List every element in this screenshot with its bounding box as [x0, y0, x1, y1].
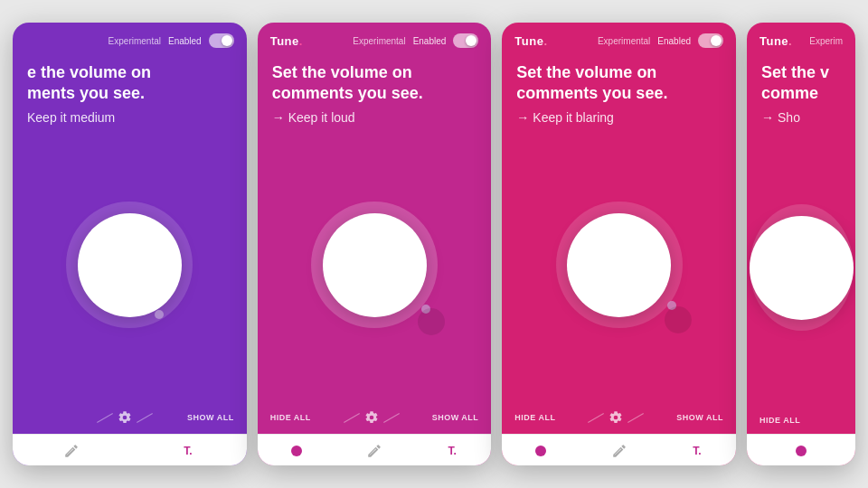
tune-logo-4: Tune.: [760, 34, 792, 48]
subtext-label-4: Sho: [778, 110, 800, 125]
subtext-3: → Keep it blaring: [516, 110, 722, 125]
diag-line-3a: [589, 413, 605, 423]
bottom-controls-1: SHOW ALL: [13, 407, 247, 434]
enabled-label-3: Enabled: [657, 36, 691, 46]
hide-all-btn-4[interactable]: HIDE ALL: [760, 416, 800, 425]
tune-logo-2: Tune.: [270, 34, 303, 48]
experimental-label-4: Experim: [809, 36, 843, 46]
knob-outer-3[interactable]: [556, 202, 683, 328]
knob-shadow-3: [665, 306, 692, 333]
show-all-btn-1[interactable]: SHOW ALL: [187, 413, 234, 422]
tab-tune-1[interactable]: T.: [179, 442, 197, 460]
tune-tab-label-2: T.: [448, 445, 457, 457]
tune-logo-3: Tune.: [514, 34, 547, 48]
top-bar-4: Tune. Experim: [747, 23, 855, 55]
gear-icon-1[interactable]: [118, 410, 132, 425]
phone-screen-2: Tune. Experimental Enabled Set the volum…: [258, 23, 492, 465]
tab-bar-1: T.: [13, 434, 247, 465]
phone-screen-1: Experimental Enabled e the volume onment…: [13, 23, 247, 465]
experimental-label-3: Experimental: [598, 36, 650, 46]
knob-outer-4[interactable]: [750, 204, 854, 331]
headline-2: Set the volume oncomments you see.: [272, 62, 477, 103]
knob-shadow-2: [418, 308, 445, 335]
svg-point-0: [291, 446, 302, 456]
diag-line-1b: [137, 413, 153, 423]
toggle-3[interactable]: [698, 33, 723, 48]
tab-tune-3[interactable]: T.: [688, 442, 706, 460]
diag-line-2a: [344, 413, 360, 423]
subtext-1: Keep it medium: [27, 110, 232, 125]
tune-tab-label-3: T.: [693, 445, 701, 457]
content-4: Set the vcomme → Sho: [747, 55, 855, 412]
tab-bar-3: T.: [502, 434, 736, 465]
knob-inner-3: [567, 213, 671, 317]
tab-edit-2[interactable]: [365, 442, 383, 460]
phone-screen-4: Tune. Experim Set the vcomme → Sho HIDE …: [747, 23, 855, 465]
knob-inner-4: [750, 216, 854, 320]
show-all-btn-3[interactable]: SHOW ALL: [676, 413, 723, 422]
knob-inner-2: [323, 213, 427, 317]
arrow-3: →: [516, 110, 529, 125]
toggle-knob-3: [711, 35, 722, 46]
svg-point-1: [535, 446, 546, 456]
knob-outer-2[interactable]: [311, 202, 438, 328]
tab-edit-1[interactable]: [62, 442, 80, 460]
tab-circle-4[interactable]: [792, 442, 810, 460]
subtext-label-3: Keep it blaring: [533, 110, 614, 125]
knob-area-3: [516, 134, 722, 396]
tab-circle-3[interactable]: [532, 442, 550, 460]
bottom-controls-3: HIDE ALL SHOW ALL: [502, 407, 736, 434]
headline-1: e the volume onments you see.: [27, 62, 232, 103]
diag-line-2b: [383, 413, 400, 423]
subtext-2: → Keep it loud: [272, 110, 477, 125]
hide-all-btn-2[interactable]: HIDE ALL: [270, 413, 311, 422]
diag-line-1a: [97, 413, 113, 423]
phone-screen-3: Tune. Experimental Enabled Set the volum…: [502, 23, 736, 465]
enabled-label-2: Enabled: [413, 36, 447, 46]
arrow-2: →: [272, 110, 285, 125]
knob-area-4: [761, 134, 841, 401]
experimental-label-1: Experimental: [108, 36, 161, 46]
headline-4: Set the vcomme: [761, 62, 841, 103]
knob-area-2: [272, 134, 477, 396]
tab-circle-2[interactable]: [288, 442, 306, 460]
tab-tune-2[interactable]: T.: [443, 442, 461, 460]
diag-line-3b: [628, 413, 645, 423]
top-bar-3: Tune. Experimental Enabled: [502, 23, 736, 55]
content-1: e the volume onments you see. Keep it me…: [13, 55, 247, 407]
headline-3: Set the volume oncomments you see.: [516, 62, 722, 103]
tab-edit-3[interactable]: [610, 442, 628, 460]
gear-icon-3[interactable]: [609, 410, 623, 425]
show-all-btn-2[interactable]: SHOW ALL: [432, 413, 479, 422]
divider-2: [343, 410, 401, 425]
divider-1: [96, 410, 154, 425]
app-showcase: Experimental Enabled e the volume onment…: [0, 0, 868, 488]
bottom-controls-2: HIDE ALL SHOW ALL: [258, 407, 492, 434]
subtext-label-2: Keep it loud: [288, 110, 355, 125]
toggle-1[interactable]: [209, 33, 234, 48]
toggle-knob-2: [466, 35, 476, 46]
content-3: Set the volume oncomments you see. → Kee…: [502, 55, 736, 407]
knob-indicator-1: [155, 310, 164, 319]
content-2: Set the volume oncomments you see. → Kee…: [258, 55, 492, 407]
arrow-4: →: [761, 110, 774, 125]
toggle-2[interactable]: [453, 33, 478, 48]
experimental-label-2: Experimental: [353, 36, 405, 46]
bottom-controls-4: HIDE ALL: [747, 412, 855, 434]
top-bar-1: Experimental Enabled: [13, 23, 247, 55]
top-bar-2: Tune. Experimental Enabled: [258, 23, 492, 55]
knob-area-1: [27, 134, 232, 396]
enabled-label-1: Enabled: [168, 36, 202, 46]
gear-icon-2[interactable]: [364, 410, 379, 425]
hide-all-btn-3[interactable]: HIDE ALL: [514, 413, 555, 422]
subtext-4: → Sho: [761, 110, 841, 125]
svg-point-2: [796, 446, 807, 456]
tab-bar-4: [747, 434, 855, 465]
toggle-knob-1: [222, 35, 232, 46]
knob-inner-1: [78, 213, 182, 317]
knob-outer-1[interactable]: [66, 202, 193, 328]
divider-3: [587, 410, 645, 425]
tab-bar-2: T.: [258, 434, 492, 465]
tune-tab-label-1: T.: [184, 445, 192, 457]
